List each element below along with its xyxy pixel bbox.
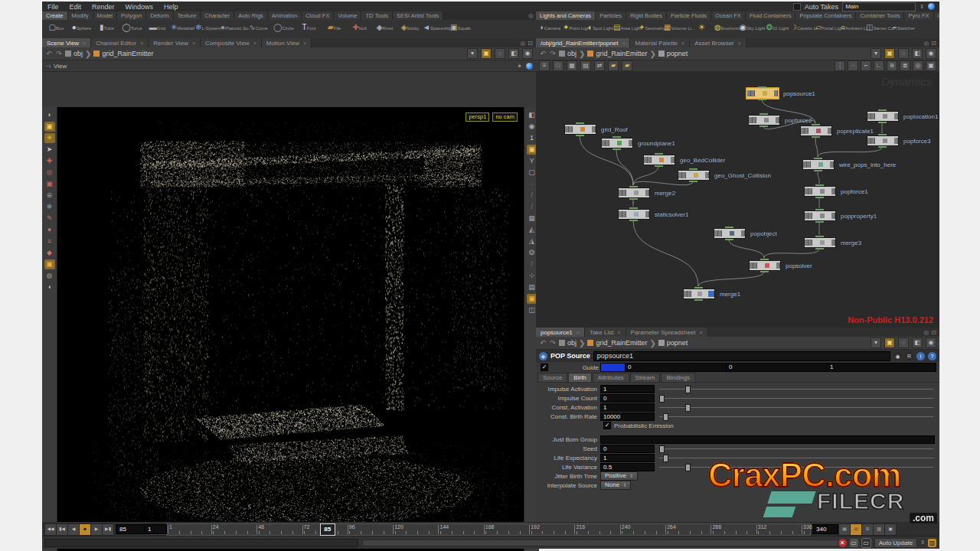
shelf-right-tool-sky-light[interactable]: ◉Sky Light (740, 20, 765, 32)
path-dropdown-icon[interactable]: ▾ (871, 337, 881, 348)
net-tool-right-6-icon[interactable]: ◎ (913, 60, 923, 71)
memory-gauge-icon[interactable]: ▥ (928, 539, 936, 547)
snapshot-camera-icon[interactable]: ◧ (912, 337, 923, 348)
net-tool-left-6-icon[interactable]: ▰ (622, 60, 632, 71)
path-segment-grid_RainEmitter[interactable]: grid_RainEmitter (596, 50, 647, 57)
shelf-left-tab-auto-rigs[interactable]: Auto Rigs (234, 11, 268, 20)
nav-back-icon[interactable]: ↶ (539, 339, 547, 347)
frame-ruler[interactable]: 1244872961201441681922162402642883123368… (166, 523, 811, 536)
shelf-left-tab-modify[interactable]: Modify (68, 11, 93, 20)
close-tab-icon[interactable]: × (253, 41, 256, 46)
grab-hand-icon[interactable]: ◖ (44, 282, 55, 292)
nav-back-icon[interactable]: ↶ (45, 50, 53, 57)
guide-color-swatch[interactable] (600, 363, 626, 372)
shelf-right-tab-container-tools[interactable]: Container Tools (856, 11, 904, 20)
presets-icon[interactable]: R (905, 352, 913, 360)
node-merge1[interactable]: merge1 (683, 289, 740, 299)
update-mode-select[interactable]: Auto Update (874, 538, 917, 548)
param-value-field[interactable]: 1 (600, 385, 655, 393)
parameter-tab-take-list[interactable]: Take List× (585, 328, 626, 337)
shelf-left-tool-sticky[interactable]: ◈Sticky (397, 20, 423, 32)
shelf-left-tool-curve[interactable]: ∿Curve (246, 20, 271, 32)
net-tool-right-1-icon[interactable]: ·· (848, 60, 858, 71)
shelf-left-tab-polygon[interactable]: Polygon (117, 11, 146, 20)
bookmark-icon[interactable]: ▣ (884, 48, 895, 59)
snowflake-icon[interactable]: ❄ (44, 202, 55, 212)
shelf-right-tool-geometry-[interactable]: ✦Geometry... (639, 20, 664, 32)
help-icon[interactable]: ? (928, 352, 936, 360)
view-menu-arrow-icon[interactable]: ⊣ (45, 63, 51, 70)
node-popforce1[interactable]: popforce1 (804, 186, 868, 197)
shelf-right-tool-environme-[interactable]: ◍Environme... (714, 20, 740, 32)
path-dropdown-icon[interactable]: ▾ (871, 48, 881, 59)
menu-help[interactable]: Help (158, 3, 184, 11)
auto-takes-checkbox[interactable] (793, 3, 801, 11)
shelf-right-tool-stereo-ca-[interactable]: ◫Stereo Ca... (866, 20, 891, 32)
param-slider[interactable] (658, 412, 935, 420)
network-tab-material-palette[interactable]: Material Palette× (630, 38, 690, 47)
ghost-pin-icon[interactable]: ◌ (898, 48, 909, 59)
param-value-field[interactable]: 0.5 (600, 463, 655, 471)
net-tool-left-0-icon[interactable]: ≡ (539, 60, 550, 71)
close-tab-icon[interactable]: × (622, 41, 625, 46)
path-segment-grid_RainEmitter[interactable]: grid_RainEmitter (102, 50, 153, 57)
paint-icon[interactable]: ✎ (44, 214, 55, 223)
nav-forward-icon[interactable]: ↷ (55, 50, 63, 57)
close-tab-icon[interactable]: × (700, 330, 703, 335)
node-name-field[interactable]: popsource1 (593, 351, 890, 361)
menu-file[interactable]: File (42, 3, 64, 11)
ghost-pin-icon[interactable]: ◌ (495, 48, 505, 59)
parameter-tab-parameter-spreadsheet[interactable]: Parameter Spreadsheet× (626, 328, 708, 337)
node-geo_BedCollider[interactable]: geo_BedCollider (643, 155, 725, 165)
scale-icon[interactable]: ▣ (44, 179, 55, 189)
step-back-button[interactable]: ▮◀ (56, 523, 68, 536)
range-start-visible[interactable]: 1 (144, 524, 167, 534)
node-groundplane1[interactable]: groundplane1 (601, 138, 675, 148)
node-merge3[interactable]: merge3 (804, 237, 861, 248)
param-slider[interactable] (658, 445, 935, 452)
nav-forward-icon[interactable]: ↷ (549, 339, 557, 347)
shelf-right-tool-spot-light[interactable]: ◐Spot Light (588, 20, 613, 32)
no-cam-badge[interactable]: no cam (492, 112, 518, 122)
shelf-left-tab-model[interactable]: Model (93, 11, 117, 20)
shelf-left-tab-deform[interactable]: Deform (146, 11, 174, 20)
new-tab-icon[interactable]: ◎ (520, 40, 525, 47)
scene-tab-scene-view[interactable]: Scene View× (42, 38, 91, 47)
param-value-field[interactable]: 0 (600, 394, 655, 403)
param-slider[interactable] (658, 394, 935, 402)
shelf-left-tab-texture[interactable]: Texture (174, 11, 201, 20)
shelf-left-tab-td-tools[interactable]: TD Tools (361, 11, 392, 20)
rewind-button[interactable]: ◀◀ (44, 523, 57, 536)
node-popobject[interactable]: popobject (714, 228, 777, 239)
param-value-field[interactable]: 1 (600, 403, 655, 412)
shelf-left-tab-character[interactable]: Character (201, 11, 234, 20)
param-checkbox[interactable]: ✓ (603, 422, 611, 429)
scene-tab-motion-view[interactable]: Motion View× (262, 38, 312, 47)
path-segment-popnet[interactable]: popnet (667, 50, 688, 57)
net-tool-left-2-icon[interactable]: ▦ (567, 60, 577, 71)
close-tab-icon[interactable]: × (577, 330, 580, 335)
net-tool-right-7-icon[interactable]: ▣ (926, 60, 936, 71)
maximize-pane-icon[interactable]: ⊡ (931, 329, 936, 336)
node-popforce2[interactable]: popforce2 (748, 115, 812, 126)
shelf-right-tool-caustic-li-[interactable]: ☽Caustic Li... (790, 20, 815, 32)
menu-render[interactable]: Render (87, 3, 120, 11)
node-merge2[interactable]: merge2 (618, 187, 675, 198)
shelf-overflow-icon[interactable]: ◎ (526, 11, 536, 20)
shelf-left-tool-circle[interactable]: ◯Circle (271, 20, 296, 32)
param-value-field[interactable]: 10000 (600, 412, 655, 421)
slider-handle[interactable] (659, 395, 665, 403)
slider-handle[interactable] (663, 455, 668, 462)
shelf-left-tool-platonic-so-[interactable]: ●Platonic So... (220, 20, 246, 32)
gear-icon[interactable]: ◉ (893, 352, 902, 360)
net-tool-right-4-icon[interactable]: ≋ (887, 60, 897, 71)
shelf-left-tool-rivet[interactable]: ◆Rivet (372, 20, 397, 32)
net-tool-right-5-icon[interactable]: ≣ (900, 60, 910, 71)
step-forward-button[interactable]: ▶▮ (102, 523, 114, 536)
slider-handle[interactable] (685, 464, 691, 471)
net-tool-left-1-icon[interactable]: □ (553, 60, 564, 71)
shelf-left-tool-torus[interactable]: ◯Torus (119, 20, 145, 32)
slider-handle[interactable] (659, 445, 665, 453)
network-tab--obj-grid-rainemitter-popnet[interactable]: /obj/grid_RainEmitter/popnet× (536, 38, 630, 47)
shelf-left-tool-l-system[interactable]: ❄L-System (195, 20, 220, 32)
